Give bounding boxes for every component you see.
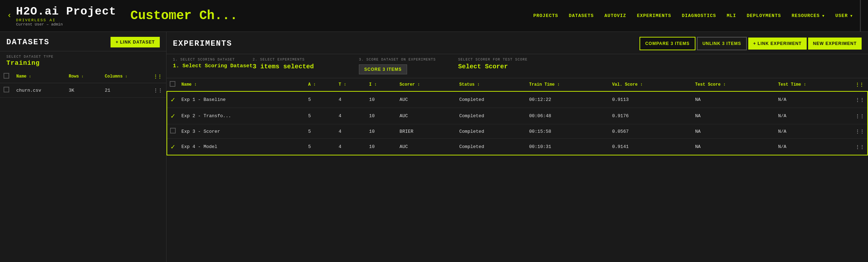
project-title: Customer Ch...	[130, 8, 237, 23]
exp-row-scorer: AUC	[397, 91, 456, 108]
nav-experiments[interactable]: EXPERIMENTS	[637, 13, 671, 18]
score-button[interactable]: SCORE 3 ITEMS	[359, 64, 407, 74]
status-sort: ↕	[477, 82, 480, 87]
exp-row-check[interactable]: ✓	[167, 108, 179, 124]
select-type-value[interactable]: Training	[0, 59, 166, 70]
main-layout: DATASETS + LINK DATASET SELECT DATASET T…	[0, 32, 868, 262]
exp-select-all[interactable]	[167, 78, 179, 91]
exp-row-scorer: AUC	[397, 108, 456, 124]
name-sort: ↕	[194, 82, 197, 87]
dataset-row-dots[interactable]: ⋮⋮	[150, 83, 166, 98]
exp-row-test-score: NA	[692, 108, 775, 124]
exp-row-check[interactable]: ✓	[167, 91, 179, 108]
exp-row-val-score: 0.9176	[609, 108, 692, 124]
step4-label: SELECT SCORER FOR TEST SCORE	[458, 58, 862, 62]
name-sort-icon: ↕	[29, 75, 31, 79]
nav-autoviz[interactable]: AUTOVIZ	[604, 13, 626, 18]
exp-row-val-score: 0.9141	[609, 139, 692, 155]
experiment-row[interactable]: ✓ Exp 1 - Baseline 5 4 10 AUC Completed …	[167, 91, 868, 108]
unlink-button[interactable]: UNLINK 3 ITEMS	[697, 37, 747, 50]
step1-value[interactable]: 1. Select Scoring Dataset	[173, 63, 253, 69]
dataset-row[interactable]: churn.csv 3K 21 ⋮⋮	[0, 83, 166, 98]
exp-col-train-time[interactable]: Train Time ↕	[526, 78, 609, 91]
experiments-title: EXPERIMENTS	[173, 39, 232, 48]
datasets-select-all-header[interactable]	[0, 70, 13, 83]
exp-row-name: Exp 4 - Model	[179, 139, 305, 155]
nav-projects[interactable]: PROJECTS	[533, 13, 558, 18]
exp-row-a: 5	[305, 91, 336, 108]
brand-title: H2O.ai Project	[16, 5, 116, 18]
datasets-table: Name ↕ Rows ↕ Columns ↕ ⋮⋮	[0, 70, 166, 98]
exp-row-status: Completed	[456, 139, 526, 155]
nav-right-border	[860, 0, 861, 32]
nav-datasets[interactable]: DATASETS	[569, 13, 594, 18]
testscore-sort: ↕	[723, 82, 726, 87]
brand-sub1: DRIVERLESS AI	[16, 18, 116, 22]
nav-resources[interactable]: RESOURCES	[792, 13, 825, 18]
exp-col-t[interactable]: T ↕	[336, 78, 366, 91]
datasets-header-row: Name ↕ Rows ↕ Columns ↕ ⋮⋮	[0, 70, 166, 83]
link-experiment-button[interactable]: + LINK EXPERIMENT	[748, 38, 807, 50]
exp-row-a: 5	[305, 124, 336, 139]
nav-diagnostics[interactable]: DIAGNOSTICS	[682, 13, 716, 18]
exp-select-all-checkbox[interactable]	[170, 81, 175, 87]
exp-col-val-score[interactable]: Val. Score ↕	[609, 78, 692, 91]
exp-col-test-score[interactable]: Test Score ↕	[692, 78, 775, 91]
exp-col-scorer[interactable]: Scorer ↕	[397, 78, 456, 91]
exp-col-actions: ⋮⋮	[852, 78, 868, 91]
exp-row-dots[interactable]: ⋮⋮	[852, 139, 868, 155]
exp-col-test-time[interactable]: Test Time ↕	[775, 78, 852, 91]
step-3-block: 3. SCORE DATASET ON EXPERIMENTS SCORE 3 …	[359, 58, 458, 74]
datasets-col-rows[interactable]: Rows ↕	[65, 70, 101, 83]
dataset-row-name: churn.csv	[13, 83, 65, 98]
exp-row-test-score: NA	[692, 124, 775, 139]
step4-value[interactable]: Select Scorer	[458, 63, 862, 70]
exp-row-dots[interactable]: ⋮⋮	[852, 124, 868, 139]
select-all-checkbox[interactable]	[4, 73, 9, 79]
brand-user: Current User – admin	[16, 22, 116, 27]
exp-row-check[interactable]: ✓	[167, 139, 179, 155]
exp-row-dots[interactable]: ⋮⋮	[852, 108, 868, 124]
experiments-table: Name ↕ A ↕ T ↕ I ↕ Scorer ↕ Status ↕ Tra…	[167, 78, 868, 155]
datasets-table-container: Name ↕ Rows ↕ Columns ↕ ⋮⋮	[0, 70, 166, 262]
link-dataset-button[interactable]: + LINK DATASET	[111, 37, 160, 47]
exp-col-a[interactable]: A ↕	[305, 78, 336, 91]
exp-col-status[interactable]: Status ↕	[456, 78, 526, 91]
exp-col-name[interactable]: Name ↕	[179, 78, 305, 91]
step1-label: 1. SELECT SCORING DATASET	[173, 58, 253, 62]
exp-row-checkbox[interactable]	[170, 128, 176, 133]
experiment-row[interactable]: ✓ Exp 2 - Transfo... 5 4 10 AUC Complete…	[167, 108, 868, 124]
datasets-col-columns[interactable]: Columns ↕	[101, 70, 150, 83]
datasets-header: DATASETS + LINK DATASET	[0, 32, 166, 51]
datasets-col-name[interactable]: Name ↕	[13, 70, 65, 83]
compare-button[interactable]: COMPARE 3 ITEMS	[639, 37, 695, 50]
scorer-sort: ↕	[417, 82, 420, 87]
exp-row-t: 4	[336, 124, 366, 139]
dataset-row-rows: 3K	[65, 83, 101, 98]
experiment-row[interactable]: ✓ Exp 4 - Model 5 4 10 AUC Completed 00:…	[167, 139, 868, 155]
exp-row-scorer: BRIER	[397, 124, 456, 139]
exp-row-check[interactable]	[167, 124, 179, 139]
nav-mli[interactable]: MLI	[727, 13, 736, 18]
new-experiment-button[interactable]: NEW EXPERIMENT	[808, 38, 862, 50]
step-4-block: SELECT SCORER FOR TEST SCORE Select Scor…	[458, 58, 862, 70]
brand-block: H2O.ai Project DRIVERLESS AI Current Use…	[16, 5, 116, 27]
exp-row-test-time: N/A	[775, 139, 852, 155]
dataset-row-columns: 21	[101, 83, 150, 98]
exp-row-train-time: 00:06:48	[526, 108, 609, 124]
valscore-sort: ↕	[640, 82, 643, 87]
dataset-row-checkbox[interactable]	[0, 83, 13, 98]
exp-row-test-score: NA	[692, 91, 775, 108]
exp-row-test-time: N/A	[775, 91, 852, 108]
nav-user[interactable]: USER	[835, 13, 853, 18]
nav-toggle-icon[interactable]: ‹	[7, 11, 12, 20]
experiment-row[interactable]: Exp 3 - Scorer 5 4 10 BRIER Completed 00…	[167, 124, 868, 139]
exp-col-i[interactable]: I ↕	[366, 78, 397, 91]
exp-row-dots[interactable]: ⋮⋮	[852, 91, 868, 108]
step2-label: 2. SELECT EXPERIMENTS	[253, 58, 359, 62]
nav-deployments[interactable]: DEPLOYMENTS	[747, 13, 781, 18]
exp-tbody: ✓ Exp 1 - Baseline 5 4 10 AUC Completed …	[167, 91, 868, 155]
exp-row-name: Exp 3 - Scorer	[179, 124, 305, 139]
step-1-block: 1. SELECT SCORING DATASET 1. Select Scor…	[173, 58, 253, 69]
traintime-sort: ↕	[557, 82, 560, 87]
